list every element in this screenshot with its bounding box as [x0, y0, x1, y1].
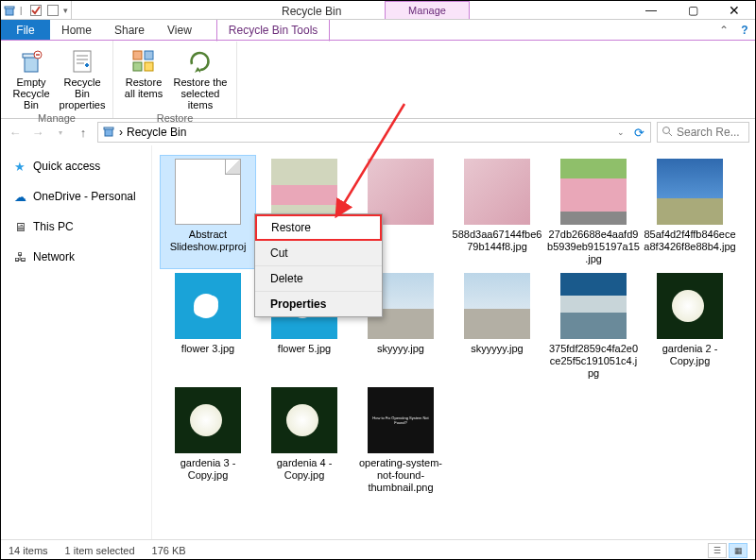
search-placeholder: Search Re... [677, 126, 740, 139]
breadcrumb-sep[interactable]: › [119, 126, 123, 139]
share-tab[interactable]: Share [103, 20, 156, 41]
address-dropdown[interactable]: ⌄ [613, 127, 628, 137]
context-menu-delete[interactable]: Delete [255, 266, 382, 292]
file-tab[interactable]: File [1, 20, 50, 41]
file-name-label: Abstract Slideshow.prproj [162, 229, 254, 253]
svg-point-14 [663, 127, 670, 133]
forward-button[interactable]: → [29, 124, 46, 141]
file-thumbnail [464, 159, 530, 225]
status-item-count: 14 items [9, 545, 48, 556]
view-tab[interactable]: View [156, 20, 203, 41]
status-bar: 14 items 1 item selected 176 KB ☰ ▦ [1, 539, 755, 560]
file-item[interactable]: 85af4d2f4ffb846ecea8f3426f8e88b4.jpg [642, 155, 738, 269]
file-item[interactable]: 588d3aa67144fbe679b144f8.jpg [449, 155, 545, 269]
file-item[interactable]: flower 3.jpg [160, 269, 256, 383]
file-thumbnail [560, 273, 627, 339]
file-name-label: 85af4d2f4ffb846ecea8f3426f8e88b4.jpg [644, 229, 736, 253]
nav-this-pc[interactable]: 🖥 This PC [7, 215, 146, 238]
nav-label: OneDrive - Personal [33, 190, 136, 203]
file-name-label: gardenia 4 - Copy.jpg [258, 457, 351, 482]
quick-access-toolbar: | ▾ [1, 1, 72, 19]
file-thumbnail [271, 387, 337, 453]
file-item[interactable]: 375fdf2859c4fa2e0ce25f5c191051c4.jpg [545, 269, 642, 383]
star-icon: ★ [12, 159, 27, 174]
file-item[interactable]: 27db26688e4aafd9b5939eb915197a15.jpg [545, 155, 642, 269]
context-menu-properties[interactable]: Properties [255, 292, 382, 316]
file-item[interactable]: gardenia 3 - Copy.jpg [160, 383, 256, 498]
home-tab[interactable]: Home [50, 20, 103, 41]
collapse-ribbon-button[interactable]: ⌃ [713, 20, 734, 41]
close-button[interactable]: ✕ [713, 1, 755, 19]
breadcrumb-location[interactable]: Recycle Bin [127, 126, 186, 139]
svg-rect-10 [133, 62, 142, 71]
restore-all-icon [129, 46, 159, 76]
content-pane[interactable]: Abstract Slideshow.prproj588d3aa67144fbe… [152, 145, 755, 539]
file-name-label: 27db26688e4aafd9b5939eb915197a15.jpg [547, 229, 640, 265]
context-menu: Restore Cut Delete Properties [254, 213, 383, 317]
help-button[interactable]: ? [734, 20, 755, 41]
main-area: ★ Quick access ☁ OneDrive - Personal 🖥 T… [1, 145, 755, 539]
ribbon-tabs: File Home Share View Manage Recycle Bin … [1, 20, 755, 41]
checkbox-icon[interactable] [46, 4, 60, 17]
up-button[interactable]: ↑ [75, 124, 92, 141]
file-item[interactable]: gardenia 4 - Copy.jpg [256, 383, 352, 498]
nav-label: Network [33, 250, 75, 263]
svg-rect-13 [104, 127, 113, 129]
file-name-label: 588d3aa67144fbe679b144f8.jpg [451, 229, 543, 253]
file-item[interactable]: gardenia 2 - Copy.jpg [642, 269, 738, 383]
bin-icon[interactable] [3, 4, 16, 17]
file-item[interactable]: skyyyyy.jpg [449, 269, 545, 383]
bin-icon [102, 125, 115, 141]
context-menu-cut[interactable]: Cut [255, 241, 382, 266]
file-item[interactable]: How to Fix Operating System Not Found?op… [352, 383, 449, 498]
file-name-label: 375fdf2859c4fa2e0ce25f5c191051c4.jpg [547, 343, 640, 380]
restore-selected-button[interactable]: Restore the selected items [170, 44, 231, 112]
maximize-button[interactable]: ▢ [672, 1, 713, 19]
nav-label: This PC [33, 220, 74, 233]
restore-all-button[interactable]: Restore all items [119, 44, 168, 101]
svg-rect-1 [5, 7, 14, 8]
qat-dropdown[interactable]: ▾ [63, 6, 69, 15]
nav-quick-access[interactable]: ★ Quick access [7, 155, 146, 178]
file-thumbnail [464, 273, 530, 339]
recent-locations-dropdown[interactable]: ▾ [52, 124, 69, 141]
network-icon: 🖧 [12, 249, 27, 264]
file-name-label: skyyyyy.jpg [471, 343, 523, 355]
search-box[interactable]: Search Re... [657, 122, 749, 143]
address-bar-row: ← → ▾ ↑ › Recycle Bin ⌄ ⟳ Search Re... [1, 119, 755, 145]
address-bar[interactable]: › Recycle Bin ⌄ ⟳ [97, 122, 651, 143]
recycle-bin-properties-button[interactable]: Recycle Bin properties [58, 44, 107, 112]
file-item[interactable]: Abstract Slideshow.prproj [160, 155, 256, 269]
recycle-bin-tools-tab[interactable]: Recycle Bin Tools [216, 20, 331, 42]
file-thumbnail [657, 273, 723, 339]
context-menu-restore[interactable]: Restore [255, 214, 382, 241]
refresh-button[interactable]: ⟳ [632, 126, 646, 140]
properties-label: Recycle Bin properties [60, 76, 106, 110]
file-name-label: operating-system-not-found-thumbnail.png [354, 457, 447, 494]
file-name-label: flower 3.jpg [181, 343, 234, 355]
details-view-button[interactable]: ☰ [708, 543, 727, 558]
cloud-icon: ☁ [12, 189, 27, 204]
restore-selected-label: Restore the selected items [172, 76, 229, 110]
nav-network[interactable]: 🖧 Network [7, 246, 146, 268]
file-thumbnail: How to Fix Operating System Not Found? [368, 387, 434, 453]
checkbox-checked-icon[interactable] [29, 4, 43, 17]
status-size: 176 KB [152, 545, 186, 556]
file-thumbnail [657, 159, 723, 225]
file-name-label: gardenia 3 - Copy.jpg [162, 457, 254, 482]
file-thumbnail [175, 159, 241, 225]
ribbon-group-restore: Restore all items Restore the selected i… [113, 41, 237, 118]
svg-rect-8 [133, 51, 142, 59]
svg-rect-3 [48, 5, 59, 15]
nav-pane: ★ Quick access ☁ OneDrive - Personal 🖥 T… [1, 145, 152, 539]
back-button[interactable]: ← [7, 124, 24, 141]
restore-selected-icon [185, 46, 215, 76]
minimize-button[interactable]: — [630, 1, 672, 19]
monitor-icon: 🖥 [12, 219, 27, 234]
empty-recycle-bin-button[interactable]: Empty Recycle Bin [7, 44, 56, 112]
svg-rect-9 [145, 51, 153, 59]
nav-onedrive[interactable]: ☁ OneDrive - Personal [7, 185, 146, 208]
search-icon [662, 126, 673, 140]
ribbon: Empty Recycle Bin Recycle Bin properties… [1, 41, 755, 119]
large-icons-view-button[interactable]: ▦ [729, 543, 747, 558]
